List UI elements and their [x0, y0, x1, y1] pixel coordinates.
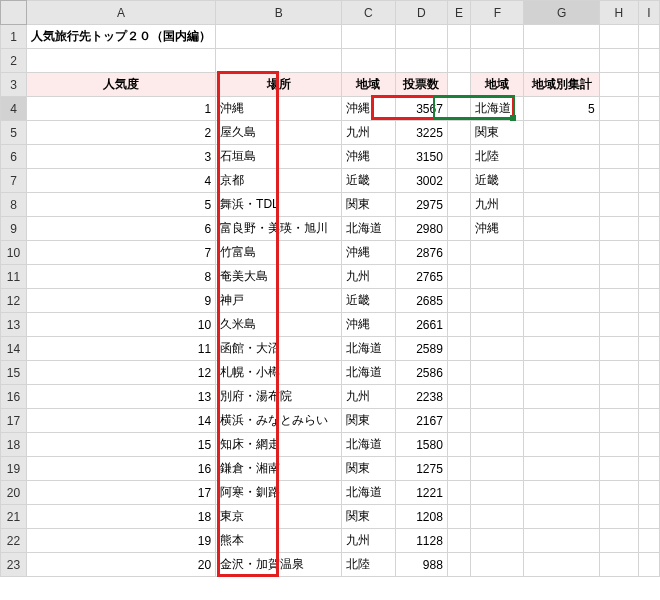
cell-G14[interactable] — [524, 337, 599, 361]
cell-A2[interactable] — [27, 49, 216, 73]
col-head-I[interactable]: I — [639, 1, 660, 25]
cell-A17[interactable]: 14 — [27, 409, 216, 433]
cell-D8[interactable]: 2975 — [395, 193, 447, 217]
cell-G15[interactable] — [524, 361, 599, 385]
cell-A4[interactable]: 1 — [27, 97, 216, 121]
cell-A23[interactable]: 20 — [27, 553, 216, 577]
cell-I14[interactable] — [639, 337, 660, 361]
row-head-19[interactable]: 19 — [1, 457, 27, 481]
cell-B14[interactable]: 函館・大沼 — [216, 337, 342, 361]
cell-G23[interactable] — [524, 553, 599, 577]
cell-I11[interactable] — [639, 265, 660, 289]
cell-F22[interactable] — [471, 529, 524, 553]
row-head-15[interactable]: 15 — [1, 361, 27, 385]
cell-E22[interactable] — [447, 529, 470, 553]
cell-C1[interactable] — [342, 25, 395, 49]
cell-H10[interactable] — [599, 241, 638, 265]
cell-I3[interactable] — [639, 73, 660, 97]
cell-D17[interactable]: 2167 — [395, 409, 447, 433]
header-side-region[interactable]: 地域 — [471, 73, 524, 97]
cell-H15[interactable] — [599, 361, 638, 385]
cell-A8[interactable]: 5 — [27, 193, 216, 217]
cell-H3[interactable] — [599, 73, 638, 97]
row-head-18[interactable]: 18 — [1, 433, 27, 457]
cell-H17[interactable] — [599, 409, 638, 433]
cell-D20[interactable]: 1221 — [395, 481, 447, 505]
cell-E23[interactable] — [447, 553, 470, 577]
cell-I7[interactable] — [639, 169, 660, 193]
cell-E1[interactable] — [447, 25, 470, 49]
cell-B6[interactable]: 石垣島 — [216, 145, 342, 169]
cell-H18[interactable] — [599, 433, 638, 457]
row-head-20[interactable]: 20 — [1, 481, 27, 505]
cell-E15[interactable] — [447, 361, 470, 385]
row-head-13[interactable]: 13 — [1, 313, 27, 337]
cell-D21[interactable]: 1208 — [395, 505, 447, 529]
cell-F17[interactable] — [471, 409, 524, 433]
cell-A9[interactable]: 6 — [27, 217, 216, 241]
cell-F5[interactable]: 関東 — [471, 121, 524, 145]
row-head-2[interactable]: 2 — [1, 49, 27, 73]
cell-C4[interactable]: 沖縄 — [342, 97, 395, 121]
cell-G1[interactable] — [524, 25, 599, 49]
cell-G17[interactable] — [524, 409, 599, 433]
cell-G5[interactable] — [524, 121, 599, 145]
cell-I22[interactable] — [639, 529, 660, 553]
cell-F16[interactable] — [471, 385, 524, 409]
cell-H8[interactable] — [599, 193, 638, 217]
cell-C12[interactable]: 近畿 — [342, 289, 395, 313]
cell-G8[interactable] — [524, 193, 599, 217]
cell-E19[interactable] — [447, 457, 470, 481]
cell-D11[interactable]: 2765 — [395, 265, 447, 289]
cell-F13[interactable] — [471, 313, 524, 337]
row-head-17[interactable]: 17 — [1, 409, 27, 433]
cell-D2[interactable] — [395, 49, 447, 73]
row-head-21[interactable]: 21 — [1, 505, 27, 529]
header-rank[interactable]: 人気度 — [27, 73, 216, 97]
cell-H16[interactable] — [599, 385, 638, 409]
cell-D1[interactable] — [395, 25, 447, 49]
cell-B11[interactable]: 奄美大島 — [216, 265, 342, 289]
cell-A5[interactable]: 2 — [27, 121, 216, 145]
cell-C6[interactable]: 沖縄 — [342, 145, 395, 169]
cell-B20[interactable]: 阿寒・釧路 — [216, 481, 342, 505]
cell-B22[interactable]: 熊本 — [216, 529, 342, 553]
row-head-14[interactable]: 14 — [1, 337, 27, 361]
row-head-16[interactable]: 16 — [1, 385, 27, 409]
cell-G11[interactable] — [524, 265, 599, 289]
cell-A19[interactable]: 16 — [27, 457, 216, 481]
cell-F23[interactable] — [471, 553, 524, 577]
cell-F1[interactable] — [471, 25, 524, 49]
cell-C5[interactable]: 九州 — [342, 121, 395, 145]
cell-I20[interactable] — [639, 481, 660, 505]
cell-H14[interactable] — [599, 337, 638, 361]
col-head-D[interactable]: D — [395, 1, 447, 25]
cell-D16[interactable]: 2238 — [395, 385, 447, 409]
cell-F12[interactable] — [471, 289, 524, 313]
cell-I12[interactable] — [639, 289, 660, 313]
cell-I23[interactable] — [639, 553, 660, 577]
cell-I17[interactable] — [639, 409, 660, 433]
cell-G16[interactable] — [524, 385, 599, 409]
row-head-4[interactable]: 4 — [1, 97, 27, 121]
col-head-H[interactable]: H — [599, 1, 638, 25]
cell-I21[interactable] — [639, 505, 660, 529]
select-all-corner[interactable] — [1, 1, 27, 25]
cell-C2[interactable] — [342, 49, 395, 73]
cell-H22[interactable] — [599, 529, 638, 553]
cell-C10[interactable]: 沖縄 — [342, 241, 395, 265]
row-head-23[interactable]: 23 — [1, 553, 27, 577]
row-head-10[interactable]: 10 — [1, 241, 27, 265]
cell-A11[interactable]: 8 — [27, 265, 216, 289]
cell-A10[interactable]: 7 — [27, 241, 216, 265]
cell-G19[interactable] — [524, 457, 599, 481]
spreadsheet[interactable]: A B C D E F G H I 1人気旅行先トップ２０（国内編）23人気度場… — [0, 0, 660, 577]
cell-I18[interactable] — [639, 433, 660, 457]
cell-H5[interactable] — [599, 121, 638, 145]
cell-F21[interactable] — [471, 505, 524, 529]
cell-I6[interactable] — [639, 145, 660, 169]
cell-H6[interactable] — [599, 145, 638, 169]
cell-G6[interactable] — [524, 145, 599, 169]
cell-E17[interactable] — [447, 409, 470, 433]
cell-I4[interactable] — [639, 97, 660, 121]
